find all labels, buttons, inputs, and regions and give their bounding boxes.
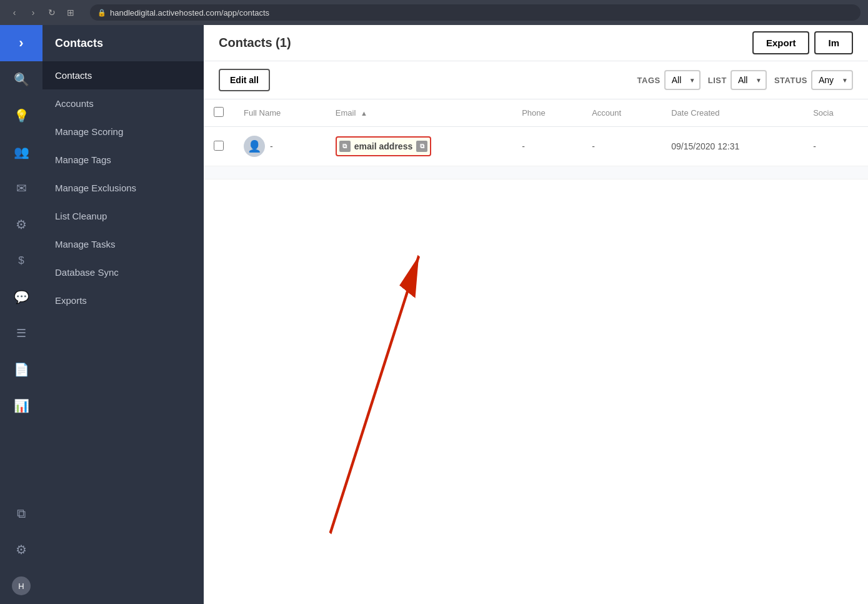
sidebar-icon-contacts[interactable]: 👥 — [0, 134, 42, 170]
back-button[interactable]: ‹ — [7, 6, 21, 19]
th-full-name-label: Full Name — [244, 108, 281, 118]
status-label: STATUS — [774, 76, 807, 85]
lists-icon: ☰ — [16, 326, 26, 340]
ideas-icon: 💡 — [14, 108, 29, 123]
icon-sidebar: › 🔍 💡 👥 ✉ ⚙ $ 💬 ☰ 📄 📊 — [0, 25, 42, 604]
app-container: › 🔍 💡 👥 ✉ ⚙ $ 💬 ☰ 📄 📊 — [0, 25, 868, 604]
tags-filter-group: TAGS All — [637, 70, 701, 90]
tags-label: TAGS — [637, 76, 661, 85]
reports-icon: 📄 — [14, 362, 29, 377]
search-icon: 🔍 — [14, 72, 29, 87]
nav-sidebar-header: Contacts — [42, 25, 204, 61]
nav-item-manage-scoring[interactable]: Manage Scoring — [42, 118, 204, 146]
tags-select[interactable]: All — [664, 70, 701, 90]
email-address-text: email address — [354, 141, 412, 151]
main-content: Contacts (1) Export Im Edit all TAGS All… — [204, 25, 868, 604]
export-button[interactable]: Export — [752, 31, 810, 54]
email-highlight-wrapper: ⧉ email address ⧉ — [336, 136, 431, 156]
expand-toggle[interactable]: › — [0, 25, 42, 61]
sidebar-icon-user[interactable]: H — [0, 568, 42, 604]
list-filter-group: LIST All — [708, 70, 767, 90]
automation-icon: ⚙ — [16, 217, 27, 232]
sidebar-icon-email[interactable]: ✉ — [0, 170, 42, 206]
status-select-wrapper: Any — [811, 70, 853, 90]
nav-item-manage-tags[interactable]: Manage Tags — [42, 146, 204, 174]
table-header-row: Full Name Email ▲ Phone Account — [204, 99, 868, 127]
reload-button[interactable]: ↻ — [45, 6, 59, 19]
nav-item-manage-exclusions[interactable]: Manage Exclusions — [42, 174, 204, 202]
sidebar-icon-settings[interactable]: ⚙ — [0, 531, 42, 568]
contacts-people-icon: 👥 — [14, 144, 29, 159]
expand-icon: › — [19, 35, 23, 51]
th-phone: Phone — [512, 99, 582, 127]
th-account: Account — [582, 99, 661, 127]
nav-item-database-sync[interactable]: Database Sync — [42, 258, 204, 286]
row-checkbox-cell — [204, 127, 234, 166]
email-icon: ✉ — [16, 181, 27, 196]
sidebar-icon-reports[interactable]: 📄 — [0, 351, 42, 388]
th-email[interactable]: Email ▲ — [326, 99, 512, 127]
th-social: Socia — [803, 99, 868, 127]
avatar-cell: 👤 - — [244, 136, 316, 157]
nav-item-list-cleanup[interactable]: List Cleanup — [42, 202, 204, 230]
url-text: handledigital.activehosted.com/app/conta… — [110, 8, 269, 18]
row-checkbox[interactable] — [214, 141, 224, 151]
row-full-name-cell: 👤 - — [234, 127, 326, 166]
contact-avatar: 👤 — [244, 136, 265, 157]
sidebar-icon-analytics[interactable]: 📊 — [0, 388, 42, 424]
status-filter-group: STATUS Any — [774, 70, 853, 90]
row-email-cell[interactable]: ⧉ email address ⧉ — [326, 127, 512, 166]
copy-left-icon: ⧉ — [339, 141, 351, 152]
status-select[interactable]: Any — [811, 70, 853, 90]
email-highlight-box: ⧉ email address ⧉ — [336, 136, 431, 156]
table-row: 👤 - ⧉ email address ⧉ — [204, 127, 868, 166]
contacts-table: Full Name Email ▲ Phone Account — [204, 99, 868, 179]
th-checkbox — [204, 99, 234, 127]
nav-item-exports[interactable]: Exports — [42, 286, 204, 315]
th-date-created-label: Date Created — [671, 108, 719, 118]
list-label: LIST — [708, 76, 727, 85]
nav-item-accounts[interactable]: Accounts — [42, 89, 204, 118]
nav-item-contacts[interactable]: Contacts — [42, 61, 204, 89]
th-full-name: Full Name — [234, 99, 326, 127]
sidebar-icon-deals[interactable]: $ — [0, 243, 42, 279]
conversations-icon: 💬 — [14, 289, 29, 305]
list-select[interactable]: All — [731, 70, 767, 90]
pagination-row — [204, 166, 868, 179]
sidebar-icon-apps[interactable]: ⧉ — [0, 495, 42, 531]
forward-button[interactable]: › — [26, 6, 40, 19]
import-button[interactable]: Im — [814, 31, 853, 54]
sidebar-icon-lists[interactable]: ☰ — [0, 315, 42, 351]
edit-all-button[interactable]: Edit all — [219, 69, 270, 91]
analytics-icon: 📊 — [14, 398, 29, 413]
row-phone-cell: - — [512, 127, 582, 166]
sidebar-icon-conversations[interactable]: 💬 — [0, 279, 42, 315]
nav-item-manage-tasks[interactable]: Manage Tasks — [42, 230, 204, 258]
th-account-label: Account — [592, 108, 621, 118]
row-date-cell: 09/15/2020 12:31 — [661, 127, 803, 166]
svg-line-1 — [330, 256, 419, 533]
contacts-table-container: Full Name Email ▲ Phone Account — [204, 99, 868, 604]
header-actions: Export Im — [752, 31, 853, 54]
avatar-icon: 👤 — [247, 139, 261, 153]
sidebar-icon-search[interactable]: 🔍 — [0, 61, 42, 98]
nav-sidebar: Contacts Contacts Accounts Manage Scorin… — [42, 25, 204, 604]
settings-icon: ⚙ — [16, 542, 27, 557]
url-bar[interactable]: 🔒 handledigital.activehosted.com/app/con… — [90, 4, 861, 21]
th-social-label: Socia — [813, 108, 834, 118]
tags-select-wrapper: All — [664, 70, 701, 90]
row-account-cell: - — [582, 127, 661, 166]
sidebar-title: Contacts — [55, 37, 103, 50]
th-email-label: Email — [336, 108, 356, 118]
row-social-cell: - — [803, 127, 868, 166]
sidebar-icon-ideas[interactable]: 💡 — [0, 98, 42, 134]
select-all-checkbox[interactable] — [214, 107, 224, 117]
th-phone-label: Phone — [522, 108, 546, 118]
sidebar-icon-automation[interactable]: ⚙ — [0, 206, 42, 243]
sort-up-icon: ▲ — [361, 109, 367, 117]
copy-right-icon: ⧉ — [416, 141, 427, 152]
page-title: Contacts (1) — [219, 36, 291, 50]
th-date-created: Date Created — [661, 99, 803, 127]
row-date-created: 09/15/2020 12:31 — [671, 141, 739, 151]
user-initial: H — [18, 581, 24, 591]
